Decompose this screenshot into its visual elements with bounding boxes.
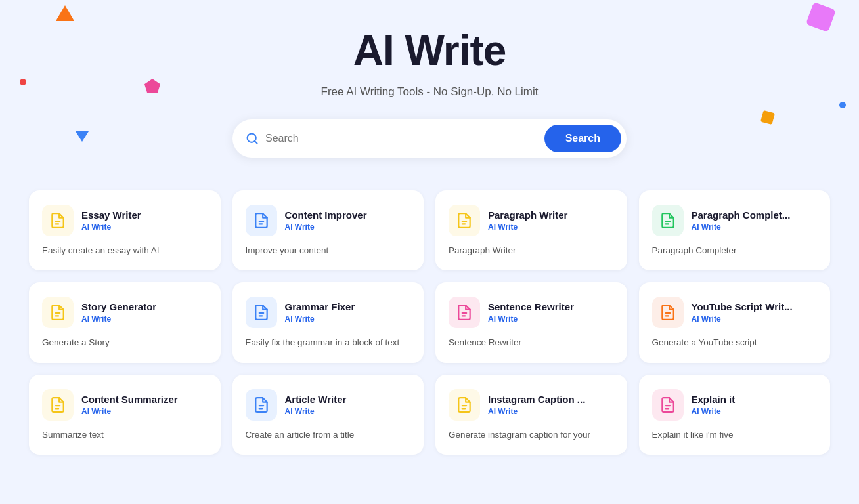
card-header: Story Generator AI Write bbox=[42, 297, 208, 328]
card-title: Article Writer bbox=[285, 394, 347, 406]
search-input[interactable] bbox=[265, 133, 544, 144]
card-header: Grammar Fixer AI Write bbox=[246, 297, 411, 328]
tool-card-youtube-script[interactable]: YouTube Script Writ... AI Write Generate… bbox=[639, 282, 831, 362]
card-desc: Create an article from a title bbox=[246, 429, 411, 442]
card-tag: AI Write bbox=[488, 314, 574, 324]
card-desc: Explain it like i'm five bbox=[652, 429, 818, 442]
search-icon bbox=[246, 132, 259, 145]
card-header: Content Improver AI Write bbox=[246, 205, 411, 236]
card-tag: AI Write bbox=[692, 314, 793, 324]
card-title: Grammar Fixer bbox=[285, 301, 355, 313]
card-desc: Paragraph Completer bbox=[652, 244, 818, 257]
tool-icon-box-article-writer bbox=[246, 389, 277, 421]
card-title-wrap: Paragraph Writer AI Write bbox=[488, 209, 567, 232]
doc-icon bbox=[456, 212, 473, 229]
tool-card-sentence-rewriter[interactable]: Sentence Rewriter AI Write Sentence Rewr… bbox=[435, 282, 627, 362]
card-tag: AI Write bbox=[81, 314, 156, 324]
card-title-wrap: Sentence Rewriter AI Write bbox=[488, 301, 574, 324]
card-desc: Summarize text bbox=[42, 429, 208, 442]
card-header: Instagram Caption ... AI Write bbox=[449, 389, 614, 421]
card-title: Story Generator bbox=[81, 301, 156, 313]
tool-card-article-writer[interactable]: Article Writer AI Write Create an articl… bbox=[232, 375, 424, 455]
card-title: Essay Writer bbox=[81, 209, 141, 221]
tools-grid: Essay Writer AI Write Easily create an e… bbox=[16, 190, 843, 455]
card-title: Explain it bbox=[692, 394, 736, 406]
card-desc: Easily fix the grammar in a block of tex… bbox=[246, 336, 411, 349]
card-header: Essay Writer AI Write bbox=[42, 205, 208, 236]
card-header: Paragraph Complet... AI Write bbox=[652, 205, 818, 236]
tool-icon-box-story-generator bbox=[42, 297, 74, 328]
card-tag: AI Write bbox=[285, 314, 355, 324]
doc-icon bbox=[659, 212, 676, 229]
tool-icon-box-paragraph-writer bbox=[449, 205, 480, 236]
card-header: Article Writer AI Write bbox=[246, 389, 411, 421]
tool-icon-box-content-summarizer bbox=[42, 389, 74, 421]
card-header: Sentence Rewriter AI Write bbox=[449, 297, 614, 328]
card-title-wrap: Grammar Fixer AI Write bbox=[285, 301, 355, 324]
card-title-wrap: Article Writer AI Write bbox=[285, 394, 347, 416]
doc-icon bbox=[49, 304, 66, 321]
doc-icon bbox=[49, 212, 66, 229]
card-tag: AI Write bbox=[285, 222, 367, 232]
card-desc: Sentence Rewriter bbox=[449, 336, 614, 349]
card-title-wrap: Story Generator AI Write bbox=[81, 301, 156, 324]
tool-card-instagram-caption[interactable]: Instagram Caption ... AI Write Generate … bbox=[435, 375, 627, 455]
tool-icon-box-instagram-caption bbox=[449, 389, 480, 421]
card-title: YouTube Script Writ... bbox=[692, 301, 793, 313]
tool-icon-box-content-improver bbox=[246, 205, 277, 236]
hero-section: AI Write Free AI Writing Tools - No Sign… bbox=[0, 0, 859, 177]
tool-icon-box-youtube-script bbox=[652, 297, 684, 328]
card-title: Content Improver bbox=[285, 209, 367, 221]
card-header: YouTube Script Writ... AI Write bbox=[652, 297, 818, 328]
card-tag: AI Write bbox=[692, 222, 791, 232]
card-header: Explain it AI Write bbox=[652, 389, 818, 421]
tool-card-explain-it[interactable]: Explain it AI Write Explain it like i'm … bbox=[639, 375, 831, 455]
doc-icon bbox=[49, 396, 66, 413]
card-header: Content Summarizer AI Write bbox=[42, 389, 208, 421]
card-title-wrap: Content Summarizer AI Write bbox=[81, 394, 178, 416]
tool-card-paragraph-completer[interactable]: Paragraph Complet... AI Write Paragraph … bbox=[639, 190, 831, 270]
card-tag: AI Write bbox=[488, 222, 567, 232]
card-header: Paragraph Writer AI Write bbox=[449, 205, 614, 236]
doc-icon bbox=[253, 304, 270, 321]
card-title-wrap: YouTube Script Writ... AI Write bbox=[692, 301, 793, 324]
card-title: Content Summarizer bbox=[81, 394, 178, 406]
tool-icon-box-paragraph-completer bbox=[652, 205, 684, 236]
tool-card-essay-writer[interactable]: Essay Writer AI Write Easily create an e… bbox=[29, 190, 221, 270]
card-tag: AI Write bbox=[81, 222, 141, 232]
card-desc: Generate instagram caption for your bbox=[449, 429, 614, 442]
card-desc: Paragraph Writer bbox=[449, 244, 614, 257]
tool-icon-box-grammar-fixer bbox=[246, 297, 277, 328]
card-title: Paragraph Complet... bbox=[692, 209, 791, 221]
tool-card-story-generator[interactable]: Story Generator AI Write Generate a Stor… bbox=[29, 282, 221, 362]
card-title-wrap: Paragraph Complet... AI Write bbox=[692, 209, 791, 232]
tool-card-content-summarizer[interactable]: Content Summarizer AI Write Summarize te… bbox=[29, 375, 221, 455]
card-title-wrap: Essay Writer AI Write bbox=[81, 209, 141, 232]
card-desc: Generate a Story bbox=[42, 336, 208, 349]
hero-title: AI Write bbox=[13, 26, 846, 75]
tool-icon-box-essay-writer bbox=[42, 205, 74, 236]
tool-card-grammar-fixer[interactable]: Grammar Fixer AI Write Easily fix the gr… bbox=[232, 282, 424, 362]
tool-card-paragraph-writer[interactable]: Paragraph Writer AI Write Paragraph Writ… bbox=[435, 190, 627, 270]
card-desc: Improve your content bbox=[246, 244, 411, 257]
card-title-wrap: Instagram Caption ... AI Write bbox=[488, 394, 585, 416]
search-bar: Search bbox=[232, 119, 627, 158]
card-tag: AI Write bbox=[81, 407, 178, 416]
card-desc: Easily create an essay with AI bbox=[42, 244, 208, 257]
svg-line-1 bbox=[255, 141, 257, 144]
doc-icon bbox=[456, 396, 473, 413]
card-tag: AI Write bbox=[285, 407, 347, 416]
tool-icon-box-sentence-rewriter bbox=[449, 297, 480, 328]
tool-card-content-improver[interactable]: Content Improver AI Write Improve your c… bbox=[232, 190, 424, 270]
doc-icon bbox=[456, 304, 473, 321]
card-title-wrap: Explain it AI Write bbox=[692, 394, 736, 416]
doc-icon bbox=[253, 212, 270, 229]
card-tag: AI Write bbox=[488, 407, 585, 416]
card-title: Sentence Rewriter bbox=[488, 301, 574, 313]
hero-subtitle: Free AI Writing Tools - No Sign-Up, No L… bbox=[13, 85, 846, 98]
card-title: Instagram Caption ... bbox=[488, 394, 585, 406]
search-button[interactable]: Search bbox=[544, 125, 621, 152]
card-desc: Generate a YouTube script bbox=[652, 336, 818, 349]
card-title-wrap: Content Improver AI Write bbox=[285, 209, 367, 232]
doc-icon bbox=[253, 396, 270, 413]
